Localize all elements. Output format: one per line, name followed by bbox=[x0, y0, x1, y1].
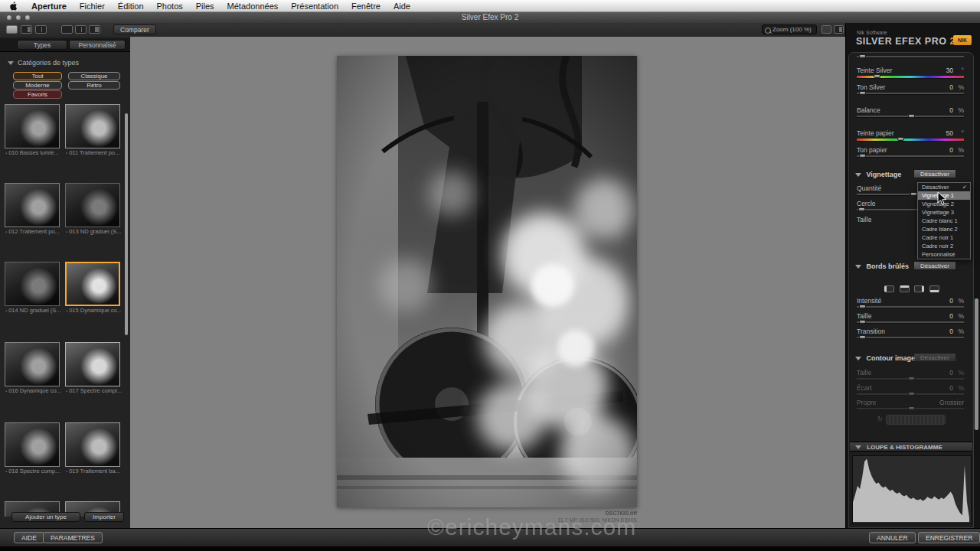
side-by-side-icon[interactable] bbox=[75, 25, 87, 34]
category-classique-button[interactable]: Classique bbox=[68, 72, 120, 80]
vignettage-state-button[interactable]: Désactiver bbox=[913, 169, 956, 178]
menu-item-cadre-noir-2[interactable]: Cadre noir 2 bbox=[918, 242, 970, 250]
toolbar: Comparer Zoom (100 %) bbox=[0, 23, 845, 37]
slider-unit: % bbox=[958, 312, 964, 320]
menu-item-desactiver[interactable]: Désactiver✓ bbox=[918, 183, 970, 191]
slider-handle[interactable] bbox=[908, 114, 915, 118]
import-button[interactable]: Importer bbox=[84, 512, 124, 522]
preset-thumbnail[interactable]: ▪016 Dynamique co... bbox=[2, 341, 62, 419]
category-favoris-button[interactable]: Favoris bbox=[13, 90, 62, 99]
preset-label: ▪016 Dynamique co... bbox=[2, 387, 62, 394]
preset-list-scrollbar[interactable] bbox=[125, 113, 128, 335]
partial-slider[interactable] bbox=[857, 53, 964, 59]
slider-handle[interactable] bbox=[858, 207, 865, 211]
tab-personnalise[interactable]: Personnalisé bbox=[69, 40, 126, 50]
menu-item-presentation[interactable]: Présentation bbox=[291, 0, 338, 12]
slider-label: Teinte Silver bbox=[857, 67, 892, 74]
edge-top-icon[interactable] bbox=[900, 285, 910, 292]
nik-logo: NIK bbox=[953, 35, 972, 45]
add-type-button[interactable]: Ajouter un type bbox=[11, 512, 80, 522]
cancel-button[interactable]: ANNULER bbox=[869, 532, 916, 543]
menu-item-aperture[interactable]: Aperture bbox=[31, 0, 67, 12]
lightbulb-icon[interactable] bbox=[822, 25, 831, 34]
menu-item-piles[interactable]: Piles bbox=[196, 0, 214, 12]
split-preview-icon[interactable] bbox=[89, 25, 100, 34]
preset-tabstrip: Types Personnalisé bbox=[0, 38, 130, 52]
slider-ton-silver[interactable]: Ton Silver 0 % bbox=[857, 83, 964, 96]
slider-taille-bords[interactable]: Taille 0 % bbox=[857, 312, 964, 324]
menu-item-cadre-noir-1[interactable]: Cadre noir 1 bbox=[918, 233, 970, 242]
slider-unit: % bbox=[958, 106, 964, 114]
zoom-control[interactable]: Zoom (100 %) bbox=[762, 24, 817, 34]
refresh-icon: ↻ bbox=[877, 416, 883, 422]
bords-state-button[interactable]: Désactiver bbox=[913, 261, 956, 270]
menu-item-edition[interactable]: Édition bbox=[118, 0, 144, 12]
category-tout-button[interactable]: Tout bbox=[13, 72, 62, 80]
vary-border-button[interactable]: ↻ bbox=[886, 415, 946, 425]
slider-ecart: Écart 0 % bbox=[857, 384, 964, 396]
slider-unit: ° bbox=[962, 67, 964, 74]
edge-right-icon[interactable] bbox=[914, 285, 924, 292]
preset-thumbnail[interactable]: ▪019 Traitement ba... bbox=[62, 421, 122, 500]
menu-item-vignettage-3[interactable]: Vignettage 3 bbox=[918, 208, 970, 217]
slider-handle[interactable] bbox=[859, 305, 866, 308]
slider-label: Cercle bbox=[857, 200, 876, 207]
slider-value: 0 bbox=[949, 146, 953, 154]
preset-thumbnail[interactable]: ▪018 Spectre comp... bbox=[2, 421, 62, 500]
panel-toggle-icon[interactable] bbox=[834, 25, 844, 34]
viewer-view-icon[interactable] bbox=[35, 25, 47, 34]
browser-view-icon[interactable] bbox=[6, 25, 18, 34]
slider-label: Balance bbox=[857, 106, 880, 114]
slider-handle[interactable] bbox=[859, 154, 866, 158]
slider-ton-papier[interactable]: Ton papier 0 % bbox=[857, 146, 964, 158]
edge-left-icon[interactable] bbox=[884, 285, 894, 292]
slider-handle[interactable] bbox=[874, 74, 880, 78]
slider-handle[interactable] bbox=[897, 137, 904, 141]
slider-value: 50 bbox=[946, 129, 953, 137]
compare-button[interactable]: Comparer bbox=[113, 24, 156, 34]
split-view-icon[interactable] bbox=[21, 25, 32, 34]
slider-teinte-papier[interactable]: Teinte papier 50 ° bbox=[857, 129, 964, 142]
help-button[interactable]: AIDE bbox=[14, 532, 44, 543]
section-vignettage[interactable]: Vignettage Désactiver bbox=[855, 171, 970, 181]
edge-bottom-icon[interactable] bbox=[929, 285, 939, 292]
menu-item-photos[interactable]: Photos bbox=[157, 0, 183, 12]
menu-item-cadre-blanc-2[interactable]: Cadre blanc 2 bbox=[918, 225, 970, 233]
categories-header[interactable]: Catégories de types bbox=[8, 59, 79, 67]
slider-handle[interactable] bbox=[859, 335, 866, 339]
slider-teinte-silver[interactable]: Teinte Silver 30 ° bbox=[857, 67, 964, 79]
settings-button[interactable]: PARAMETRES bbox=[43, 532, 103, 543]
single-image-icon[interactable] bbox=[61, 25, 73, 34]
section-loupe-histogramme[interactable]: LOUPE & HISTOGRAMME bbox=[850, 442, 972, 452]
save-button[interactable]: ENREGISTRER bbox=[918, 532, 980, 543]
section-bords-brules[interactable]: Bords brûlés Désactiver bbox=[855, 262, 970, 273]
menu-item-fenetre[interactable]: Fenêtre bbox=[351, 0, 381, 12]
slider-intensite[interactable]: Intensité 0 % bbox=[857, 297, 964, 309]
slider-handle[interactable] bbox=[859, 91, 866, 95]
slider-value: 0 bbox=[949, 312, 953, 320]
preset-thumbnail[interactable]: ▪010 Basses lumiè... bbox=[2, 103, 62, 181]
slider-balance[interactable]: Balance 0 % bbox=[857, 106, 964, 119]
menu-item-metadonnees[interactable]: Métadonnées bbox=[227, 0, 279, 12]
slider-value: 0 bbox=[949, 384, 953, 392]
menu-item-cadre-blanc-1[interactable]: Cadre blanc 1 bbox=[918, 217, 970, 225]
preset-thumbnail[interactable]: ▪012 Traitement po... bbox=[2, 181, 62, 260]
preset-thumbnail-selected[interactable]: ▪015 Dynamique co... bbox=[62, 260, 122, 339]
menu-item-aide[interactable]: Aide bbox=[394, 0, 410, 12]
slider-transition[interactable]: Transition 0 % bbox=[857, 328, 964, 340]
preset-thumbnail[interactable]: ▪011 Traitement po... bbox=[62, 103, 122, 181]
contour-state-button[interactable]: Désactiver bbox=[913, 353, 956, 362]
category-moderne-button[interactable]: Moderne bbox=[13, 81, 62, 90]
apple-menu-icon[interactable] bbox=[10, 2, 18, 11]
slider-handle[interactable] bbox=[859, 320, 866, 324]
preset-thumbnail[interactable]: ▪017 Spectre compl... bbox=[62, 341, 122, 419]
preset-thumbnail[interactable]: ▪014 ND graduel (S... bbox=[2, 260, 62, 339]
panel-scrollbar[interactable] bbox=[975, 298, 978, 430]
category-retro-button[interactable]: Rétro bbox=[68, 81, 120, 90]
menu-item-fichier[interactable]: Fichier bbox=[80, 0, 105, 12]
preset-thumbnail[interactable]: ▪013 ND graduel (S... bbox=[62, 181, 122, 260]
watermark: ©ericheymans.com bbox=[427, 514, 636, 540]
section-contour-image[interactable]: Contour image Désactiver bbox=[855, 354, 970, 365]
tab-types[interactable]: Types bbox=[17, 40, 67, 50]
menu-item-personnalise[interactable]: Personnalisé bbox=[918, 250, 970, 259]
